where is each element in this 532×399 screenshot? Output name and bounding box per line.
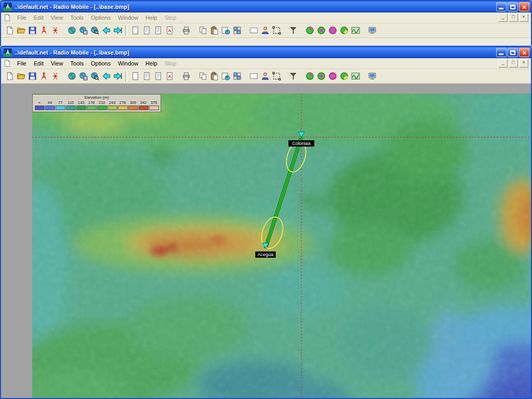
menu-item-help[interactable]: Help [142, 59, 161, 68]
elevation-map[interactable]: Coloniaa Acegua Elevation (m) <447711014… [32, 94, 531, 398]
document-icon[interactable] [4, 60, 11, 67]
open-networks-file-button[interactable] [15, 71, 26, 82]
unit-operator-button[interactable] [259, 71, 271, 82]
menu-items: FileEditViewToolsOptionsWindowHelpStop [14, 14, 180, 22]
export-picture-button[interactable]: A [164, 71, 175, 82]
new-networks-file-button[interactable] [4, 25, 15, 36]
print-button[interactable] [180, 71, 192, 82]
save-picture-button[interactable] [152, 71, 164, 82]
mdi-close-button[interactable]: × [519, 14, 528, 22]
save-picture-button[interactable] [152, 25, 164, 36]
maximize-button[interactable] [508, 48, 518, 57]
menu-item-tools[interactable]: Tools [66, 59, 87, 68]
zoom-map-button[interactable] [89, 71, 100, 82]
picture-properties-button[interactable] [220, 71, 231, 82]
close-button[interactable]: × [519, 2, 529, 11]
menu-item-stop[interactable]: Stop [161, 59, 180, 68]
site-marker-acegua[interactable]: Acegua [255, 243, 275, 258]
units-properties-button[interactable] [49, 25, 61, 36]
single-polar-coverage-button[interactable] [304, 71, 315, 82]
mdi-minimize-button[interactable]: _ [498, 14, 508, 22]
print-button[interactable] [180, 25, 192, 36]
page-icon [154, 26, 163, 35]
white-picture-button[interactable] [248, 25, 259, 36]
save-networks-file-button[interactable] [26, 25, 38, 36]
copy-button[interactable] [197, 25, 208, 36]
menu-item-stop[interactable]: Stop [161, 14, 180, 22]
white-picture-button[interactable] [248, 71, 259, 82]
object-selection-button[interactable] [271, 25, 282, 36]
menu-item-view[interactable]: View [47, 59, 67, 68]
remote-control-button[interactable] [366, 25, 378, 36]
document-icon[interactable] [4, 14, 11, 21]
signal-analysis-button[interactable] [350, 25, 361, 36]
zoom-map-button[interactable] [89, 25, 100, 36]
save-map-button[interactable] [77, 71, 89, 82]
save-map-button[interactable] [77, 25, 89, 36]
object-selection-button[interactable] [271, 71, 282, 82]
open-picture-button[interactable] [141, 25, 152, 36]
menu-item-window[interactable]: Window [114, 14, 142, 22]
save-networks-file-button[interactable] [26, 71, 38, 82]
coverage-1-icon [305, 26, 314, 35]
antenna-pattern-button[interactable] [287, 71, 299, 82]
title-bar[interactable]: ..\default.net - Radio Mobile - [..\base… [1, 1, 531, 12]
map-properties-button[interactable] [66, 71, 77, 82]
circle-magenta-icon [328, 72, 337, 81]
antenna-pattern-button[interactable] [287, 25, 299, 36]
radio-mobile-window-front[interactable]: ..\default.net - Radio Mobile - [..\base… [0, 46, 532, 399]
menu-item-edit[interactable]: Edit [30, 14, 47, 22]
new-picture-button[interactable] [129, 25, 141, 36]
title-bar[interactable]: ..\default.net - Radio Mobile - [..\base… [1, 47, 531, 58]
paste-button[interactable] [208, 25, 220, 36]
best-unit-coverage-button[interactable] [338, 25, 350, 36]
maximize-button[interactable] [508, 2, 518, 11]
menu-item-options[interactable]: Options [87, 59, 114, 68]
mdi-controls: _ □ × [498, 14, 528, 22]
export-picture-button[interactable]: A [164, 25, 175, 36]
new-picture-button[interactable] [129, 71, 141, 82]
menu-item-help[interactable]: Help [142, 14, 161, 22]
mdi-restore-button[interactable]: □ [509, 59, 518, 68]
open-networks-file-button[interactable] [15, 25, 26, 36]
radio-mobile-window-back[interactable]: ..\default.net - Radio Mobile - [..\base… [0, 0, 532, 46]
close-button[interactable]: × [519, 48, 529, 57]
mdi-close-button[interactable]: × [519, 59, 528, 68]
person-icon [261, 72, 270, 81]
menu-item-tools[interactable]: Tools [66, 14, 87, 22]
previous-map-button[interactable] [100, 25, 112, 36]
combined-coverage-button[interactable] [315, 25, 327, 36]
menu-item-view[interactable]: View [47, 14, 67, 22]
picture-properties-button[interactable] [220, 25, 231, 36]
previous-map-button[interactable] [100, 71, 112, 82]
networks-properties-button[interactable] [38, 71, 49, 82]
interference-coverage-button[interactable] [327, 71, 338, 82]
menu-item-file[interactable]: File [14, 59, 30, 68]
new-networks-file-button[interactable] [4, 71, 15, 82]
merge-pictures-button[interactable] [231, 71, 243, 82]
next-map-button[interactable] [112, 25, 123, 36]
copy-button[interactable] [197, 71, 208, 82]
minimize-button[interactable] [496, 2, 507, 11]
minimize-button[interactable] [496, 48, 507, 57]
menu-item-edit[interactable]: Edit [30, 59, 47, 68]
signal-analysis-button[interactable] [350, 71, 361, 82]
best-unit-coverage-button[interactable] [338, 71, 350, 82]
next-map-button[interactable] [112, 71, 123, 82]
networks-properties-button[interactable] [38, 25, 49, 36]
map-properties-button[interactable] [66, 25, 77, 36]
remote-control-button[interactable] [366, 71, 378, 82]
open-picture-button[interactable] [141, 71, 152, 82]
menu-item-window[interactable]: Window [114, 59, 142, 68]
mdi-restore-button[interactable]: □ [509, 14, 518, 22]
single-polar-coverage-button[interactable] [304, 25, 315, 36]
units-properties-button[interactable] [49, 71, 61, 82]
merge-pictures-button[interactable] [231, 25, 243, 36]
menu-item-file[interactable]: File [14, 14, 30, 22]
combined-coverage-button[interactable] [315, 71, 327, 82]
unit-operator-button[interactable] [259, 25, 271, 36]
menu-item-options[interactable]: Options [87, 14, 114, 22]
interference-coverage-button[interactable] [327, 25, 338, 36]
mdi-minimize-button[interactable]: _ [498, 59, 508, 68]
paste-button[interactable] [208, 71, 220, 82]
